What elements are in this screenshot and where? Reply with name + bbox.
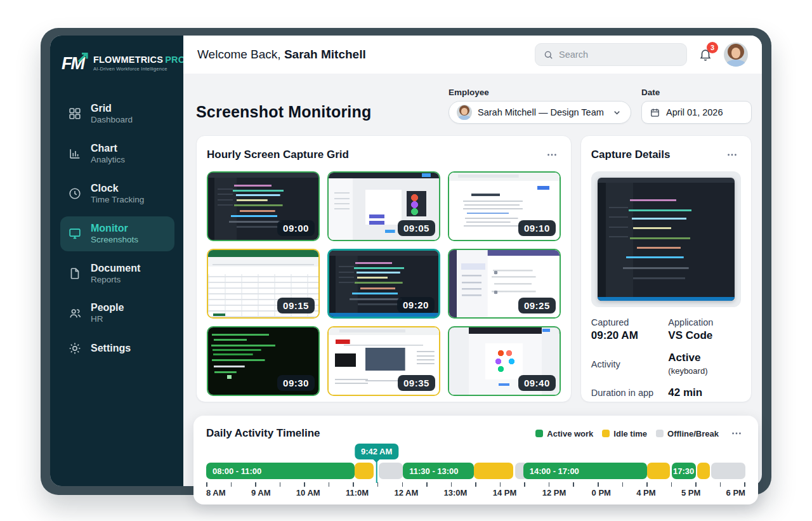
timeline-segment-idle[interactable] — [647, 463, 670, 479]
timeline-segment-active[interactable]: 17:30 — [672, 463, 696, 479]
capture-details-card: Capture Details Captured 09:20 AM — [580, 135, 752, 402]
nav-subtitle: Analytics — [91, 155, 125, 166]
capture-grid-card: Hourly Screen Capture Grid 09:00 — [196, 135, 572, 402]
brand-logo: FM FLOWMETRICSPRO AI-Driven Workforce In… — [60, 52, 174, 75]
screenshot-thumbnail-0900[interactable]: 09:00 — [207, 171, 320, 241]
timestamp-badge: 09:00 — [277, 220, 315, 236]
calendar-icon — [650, 107, 660, 118]
screenshot-thumbnail-0935[interactable]: 09:35 — [327, 326, 440, 396]
nav-subtitle: HR — [91, 314, 124, 325]
trend-arrow-icon — [77, 51, 89, 64]
legend-active-work: Active work — [535, 429, 593, 439]
axis-label: 11:0M — [346, 488, 369, 498]
ellipsis-icon — [730, 427, 743, 440]
search-box — [535, 43, 687, 66]
timeline-segment-offline[interactable] — [379, 463, 403, 479]
timeline-segment-idle[interactable] — [474, 463, 513, 479]
axis-tick — [231, 482, 232, 487]
screenshot-thumbnail-0940[interactable]: 09:40 — [448, 326, 561, 396]
axis-label: 5 PM — [681, 488, 700, 498]
sidebar-item-settings[interactable]: Settings — [60, 336, 174, 361]
axis-tick — [524, 482, 525, 487]
axis-tick — [206, 482, 207, 487]
duration-label: Duration in app — [591, 388, 669, 398]
time-marker-tooltip: 9:42 AM — [355, 444, 398, 459]
sidebar-nav: GridDashboard ChartAnalytics ClockTime T… — [60, 96, 174, 361]
employee-value: Sarah Mitchell — Design Team — [478, 107, 604, 117]
axis-label: 14 PM — [493, 488, 517, 498]
axis-label: 8 AM — [206, 488, 226, 498]
welcome-text: Welcome Back, Sarah Mitchell — [197, 48, 526, 62]
axis-tick — [426, 482, 428, 487]
notifications-button[interactable]: 3 — [696, 45, 715, 64]
axis-ticks — [206, 482, 745, 487]
capture-preview[interactable] — [591, 171, 741, 307]
nav-title: People — [91, 301, 124, 314]
application-value: VS Code — [668, 329, 741, 342]
timestamp-badge: 09:35 — [398, 375, 435, 391]
screenshot-thumbnail-0925[interactable]: 09:25 — [448, 249, 561, 319]
timeline-segment-active[interactable]: 14:00 - 17:00 — [523, 463, 648, 479]
timestamp-badge: 09:05 — [398, 220, 435, 236]
sidebar: FM FLOWMETRICSPRO AI-Driven Workforce In… — [50, 36, 183, 486]
axis-tick — [598, 482, 599, 487]
sidebar-item-analytics[interactable]: ChartAnalytics — [60, 136, 174, 171]
employee-avatar — [457, 105, 472, 120]
user-avatar[interactable] — [724, 43, 748, 67]
axis-label: 12 PM — [542, 488, 566, 498]
timeline-segment-active[interactable]: 08:00 - 11:00 — [206, 463, 355, 479]
legend-idle-time: Idle time — [602, 429, 647, 439]
activity-bar: 08:00 - 11:0011:30 - 13:0014:00 - 17:001… — [206, 463, 745, 479]
capture-details-menu-button[interactable] — [723, 146, 741, 164]
brand-monogram: FM — [62, 52, 88, 75]
timeline-segment-active[interactable]: 11:30 - 13:00 — [403, 463, 474, 479]
timestamp-badge: 09:25 — [518, 298, 556, 313]
legend-swatch-idle — [602, 430, 610, 437]
screenshot-thumbnail-0920-selected[interactable]: 09:20 — [327, 249, 440, 319]
screenshot-thumbnail-0915[interactable]: 09:15 — [207, 249, 320, 319]
screenshot-thumbnail-0905[interactable]: 09:05 — [327, 171, 440, 241]
timeline-menu-button[interactable] — [728, 425, 745, 442]
employee-label: Employee — [449, 88, 631, 97]
screenshot-thumbnail-0930[interactable]: 09:30 — [207, 326, 320, 396]
axis-tick — [646, 482, 648, 487]
timeline-title: Daily Activity Timeline — [206, 427, 320, 440]
timeline-segment-idle[interactable] — [355, 463, 374, 479]
capture-details-title: Capture Details — [591, 148, 671, 161]
nav-title: Document — [91, 262, 140, 275]
activity-suffix: (keyboard) — [668, 366, 707, 376]
axis-label: 6 PM — [726, 488, 745, 498]
nav-title: Settings — [91, 342, 131, 355]
date-value: April 01, 2026 — [666, 107, 723, 117]
sidebar-item-hr[interactable]: PeopleHR — [60, 296, 174, 331]
timestamp-badge: 09:10 — [518, 220, 556, 236]
screenshot-thumbnail-0910[interactable]: 09:10 — [448, 171, 561, 241]
sidebar-item-dashboard[interactable]: GridDashboard — [60, 96, 174, 131]
timeline-segment-idle[interactable] — [697, 463, 710, 479]
capture-grid-title: Hourly Screen Capture Grid — [207, 148, 349, 161]
notification-badge: 3 — [707, 42, 718, 53]
sidebar-item-reports[interactable]: DocumentReports — [60, 256, 174, 291]
axis-label: 9 AM — [251, 488, 271, 498]
nav-title: Monitor — [91, 222, 138, 235]
timestamp-badge: 09:40 — [518, 375, 556, 391]
search-input[interactable] — [559, 49, 679, 60]
date-label: Date — [641, 88, 752, 97]
timeline-segment-offline[interactable] — [711, 463, 745, 479]
axis-tick — [304, 482, 305, 487]
axis-tick — [402, 482, 403, 487]
brand-wordmark: FLOWMETRICSPRO AI-Driven Workforce Intel… — [93, 55, 185, 72]
captured-value: 09:20 AM — [591, 329, 669, 342]
axis-tick — [353, 482, 354, 487]
capture-grid-menu-button[interactable] — [543, 146, 561, 164]
date-picker[interactable]: April 01, 2026 — [641, 101, 752, 124]
legend-offline-break: Offline/Break — [656, 429, 719, 439]
employee-select[interactable]: Sarah Mitchell — Design Team — [449, 101, 631, 124]
sidebar-item-screenshots[interactable]: MonitorScreenshots — [60, 216, 174, 251]
axis-tick — [329, 482, 330, 487]
nav-subtitle: Reports — [91, 275, 140, 286]
axis-tick — [280, 482, 281, 487]
sidebar-item-time-tracking[interactable]: ClockTime Tracking — [60, 176, 174, 211]
brand-word-metrics: METRICS — [121, 55, 163, 65]
axis-tick — [695, 482, 697, 487]
